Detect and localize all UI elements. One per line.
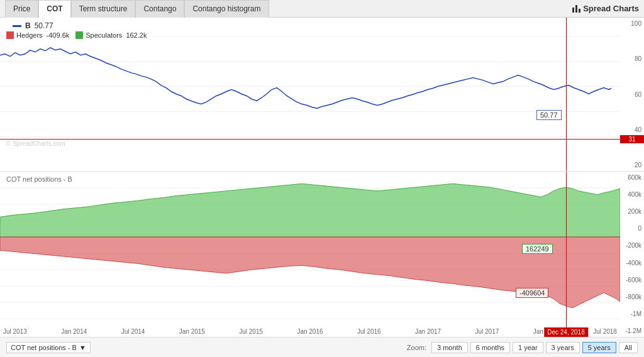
hedgers-value: -409.6k: [47, 31, 70, 39]
y-label-20: 20: [623, 162, 641, 168]
x-label-1: Jan 2014: [61, 328, 87, 335]
price-chart-section: B 50.77 Hedgers -409.6k Speculators 162.…: [0, 18, 644, 172]
speculators-color-swatch: [75, 31, 83, 39]
dropdown-chevron-icon: ▼: [79, 344, 86, 351]
tab-price[interactable]: Price: [5, 0, 38, 18]
x-label-6: Jul 2016: [357, 328, 381, 335]
logo-bar-icon: [572, 5, 580, 13]
cot-y-minus800k: -800k: [623, 294, 641, 300]
x-label-8: Jul 2017: [475, 328, 499, 335]
main-content: B 50.77 Hedgers -409.6k Speculators 162.…: [0, 18, 644, 357]
speculators-value: 162.2k: [126, 31, 147, 39]
tab-term-structure[interactable]: Term structure: [71, 0, 136, 18]
cot-y-minus1m: -1M: [623, 310, 641, 317]
chart-type-dropdown[interactable]: COT net positions - B ▼: [6, 342, 91, 353]
hedgers-color-swatch: [6, 31, 14, 39]
hedgers-label: Hedgers: [16, 31, 43, 39]
cot-y-axis: 600k 400k 200k 0 -200k -400k -600k -800k…: [620, 172, 644, 337]
bottom-bar: COT net positions - B ▼ Zoom: 3 month 6 …: [0, 337, 644, 357]
price-value-display: 50.77: [35, 21, 53, 30]
zoom-controls: Zoom: 3 month 6 months 1 year 3 years 5 …: [407, 342, 638, 353]
cot-y-minus400k: -400k: [623, 260, 641, 266]
tab-contango-histogram[interactable]: Contango histogram: [184, 0, 269, 18]
zoom-1year[interactable]: 1 year: [513, 342, 543, 353]
cot-y-minus12m: -1.2M: [623, 327, 641, 334]
cot-y-400k: 400k: [623, 191, 641, 198]
price-red-hline: [0, 139, 620, 140]
x-label-0: Jul 2013: [3, 328, 27, 335]
x-label-3: Jan 2015: [179, 328, 205, 335]
price-symbol: B: [25, 21, 31, 30]
y-label-100: 100: [623, 20, 641, 27]
cot-y-200k: 200k: [623, 208, 641, 215]
chart-type-select-box[interactable]: COT net positions - B ▼: [6, 342, 91, 353]
date-label: Dec 24, 2018: [544, 327, 588, 337]
price-line-swatch: [13, 25, 21, 27]
hedgers-tooltip: -409604: [516, 288, 548, 298]
x-axis-labels: Jul 2013 Jan 2014 Jul 2014 Jan 2015 Jul …: [0, 326, 620, 337]
y-label-80: 80: [623, 55, 641, 62]
header: Price COT Term structure Contango Contan…: [0, 0, 644, 18]
zoom-label: Zoom:: [407, 344, 426, 351]
tab-contango[interactable]: Contango: [135, 0, 184, 18]
hedgers-legend: Hedgers -409.6k: [6, 31, 69, 39]
zoom-3month[interactable]: 3 month: [431, 342, 468, 353]
tab-bar: Price COT Term structure Contango Contan…: [5, 0, 269, 18]
cot-chart-section: COT net positions - B 162249: [0, 172, 644, 357]
price-y-axis: 100 80 60 40 20: [620, 18, 644, 171]
cot-chart-title: COT net positions - B: [6, 175, 72, 183]
x-label-5: Jan 2016: [297, 328, 323, 335]
speculators-label: Speculators: [86, 31, 122, 39]
cot-y-0: 0: [623, 225, 641, 232]
cot-chart-svg: [0, 172, 620, 337]
zoom-all[interactable]: All: [619, 342, 638, 353]
x-label-10: Jul 2018: [593, 328, 617, 335]
x-label-7: Jan 2017: [415, 328, 441, 335]
cot-legend: Hedgers -409.6k Speculators 162.2k: [6, 31, 147, 39]
price-tooltip: 50.77: [536, 110, 562, 120]
x-label-2: Jul 2014: [121, 328, 145, 335]
cot-y-600k: 600k: [623, 174, 641, 181]
zoom-3years[interactable]: 3 years: [546, 342, 580, 353]
y-label-40: 40: [623, 126, 641, 133]
speculators-legend: Speculators 162.2k: [75, 31, 147, 39]
price-red-y-label: 31: [620, 135, 644, 143]
price-chart-svg: [0, 18, 620, 171]
logo-text: Spread Charts: [583, 4, 639, 13]
logo: Spread Charts: [572, 4, 639, 13]
cot-vertical-line: [566, 172, 567, 337]
price-legend: B 50.77: [13, 21, 53, 30]
cot-y-minus600k: -600k: [623, 277, 641, 283]
tab-cot[interactable]: COT: [38, 0, 70, 18]
watermark: © SpreadCharts.com: [6, 140, 65, 147]
cot-y-minus200k: -200k: [623, 242, 641, 249]
zoom-5years[interactable]: 5 years: [582, 342, 616, 353]
speculators-tooltip: 162249: [522, 244, 553, 254]
y-label-60: 60: [623, 91, 641, 98]
x-label-4: Jul 2015: [239, 328, 263, 335]
zoom-6months[interactable]: 6 months: [470, 342, 510, 353]
price-vertical-line: [566, 18, 567, 171]
chart-type-label: COT net positions - B: [11, 344, 77, 351]
